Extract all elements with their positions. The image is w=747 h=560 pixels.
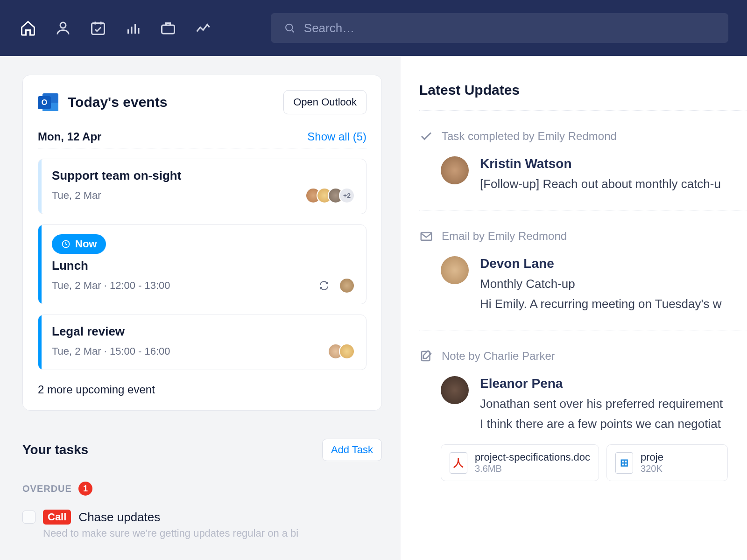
event-attendees: +2 (305, 188, 355, 203)
svg-point-0 (60, 22, 66, 28)
event-item[interactable]: Legal review Tue, 2 Mar · 15:00 - 16:00 (38, 315, 366, 370)
show-all-link[interactable]: Show all (5) (307, 130, 366, 143)
mail-icon (419, 229, 433, 243)
add-task-button[interactable]: Add Task (322, 439, 382, 461)
attachment-size: 3.6MB (475, 463, 590, 474)
check-icon (419, 129, 433, 143)
svg-rect-1 (92, 23, 105, 35)
update-line: [Follow-up] Reach out about monthly catc… (480, 177, 721, 191)
events-card: O Today's events Open Outlook Mon, 12 Ap… (22, 75, 382, 411)
file-sheet-icon (615, 452, 633, 474)
attachment[interactable]: proje 320K (606, 444, 728, 481)
avatar (339, 278, 355, 294)
outlook-icon: O (38, 91, 59, 113)
right-column: Latest Updates Task completed by Emily R… (401, 56, 747, 560)
file-pdf-icon (450, 452, 467, 474)
event-attendees (328, 343, 355, 359)
svg-point-3 (286, 24, 292, 31)
now-badge: Now (52, 234, 106, 254)
overdue-count-badge: 1 (78, 482, 92, 496)
update-item[interactable]: Note by Charlie Parker Eleanor Pena Jona… (419, 330, 747, 500)
event-subtitle: Tue, 2 Mar (52, 189, 101, 202)
clock-icon (61, 239, 70, 249)
update-type-label: Email by Emily Redmond (442, 230, 567, 243)
updates-title: Latest Updates (419, 82, 747, 111)
update-line: Hi Emily. A recurring meeting on Tuesday… (480, 297, 721, 311)
home-icon[interactable] (19, 19, 37, 37)
update-item[interactable]: Email by Emily Redmond Devon Lane Monthl… (419, 210, 747, 330)
person-icon[interactable] (54, 19, 72, 37)
event-item-current[interactable]: Now Lunch Tue, 2 Mar · 12:00 - 13:00 (38, 224, 366, 304)
tasks-title: Your tasks (22, 442, 88, 457)
event-title: Support team on-sight (52, 168, 355, 183)
calendar-check-icon[interactable] (89, 19, 107, 37)
event-title: Lunch (52, 259, 355, 273)
event-item[interactable]: Support team on-sight Tue, 2 Mar +2 (38, 159, 366, 214)
avatar (441, 156, 469, 184)
event-subtitle: Tue, 2 Mar · 15:00 - 16:00 (52, 345, 170, 357)
avatar-more: +2 (339, 188, 355, 203)
left-column: O Today's events Open Outlook Mon, 12 Ap… (0, 56, 401, 560)
update-type-label: Note by Charlie Parker (442, 350, 555, 363)
recurring-icon (318, 280, 330, 291)
update-line: Monthly Catch-up (480, 277, 721, 291)
update-line: Jonathan sent over his preferred require… (480, 397, 723, 411)
update-item[interactable]: Task completed by Emily Redmond Kristin … (419, 111, 747, 210)
events-title: Today's events (68, 94, 167, 110)
avatar (441, 256, 469, 284)
search-icon (284, 22, 296, 34)
bar-chart-icon[interactable] (124, 19, 142, 37)
more-events-link[interactable]: 2 more upcoming event (38, 383, 366, 396)
event-title: Legal review (52, 324, 355, 339)
attachment[interactable]: project-specifications.doc 3.6MB (441, 444, 599, 481)
events-date: Mon, 12 Apr (38, 130, 101, 143)
update-person-name: Eleanor Pena (480, 376, 723, 391)
task-note: Need to make sure we're getting updates … (43, 527, 382, 539)
search-input-wrap[interactable] (271, 13, 728, 43)
task-checkbox[interactable] (22, 511, 35, 524)
attachment-name: proje (641, 451, 663, 463)
search-input[interactable] (304, 21, 715, 35)
attachment-name: project-specifications.doc (475, 451, 590, 463)
event-subtitle: Tue, 2 Mar · 12:00 - 13:00 (52, 280, 170, 292)
task-tag-call: Call (43, 510, 71, 525)
overdue-label: OVERDUE (22, 483, 72, 494)
attachment-size: 320K (641, 463, 663, 474)
avatar (339, 343, 355, 359)
briefcase-icon[interactable] (159, 19, 177, 37)
update-person-name: Kristin Watson (480, 156, 721, 171)
update-person-name: Devon Lane (480, 256, 721, 271)
top-nav (0, 0, 747, 56)
svg-rect-2 (162, 25, 175, 34)
activity-icon[interactable] (194, 19, 212, 37)
note-icon (419, 349, 433, 363)
task-title: Chase updates (78, 510, 160, 525)
update-line: I think there are a few points we can ne… (480, 417, 723, 431)
task-row[interactable]: Call Chase updates (22, 510, 382, 525)
open-outlook-button[interactable]: Open Outlook (283, 90, 366, 114)
update-type-label: Task completed by Emily Redmond (442, 130, 617, 143)
avatar (441, 376, 469, 404)
